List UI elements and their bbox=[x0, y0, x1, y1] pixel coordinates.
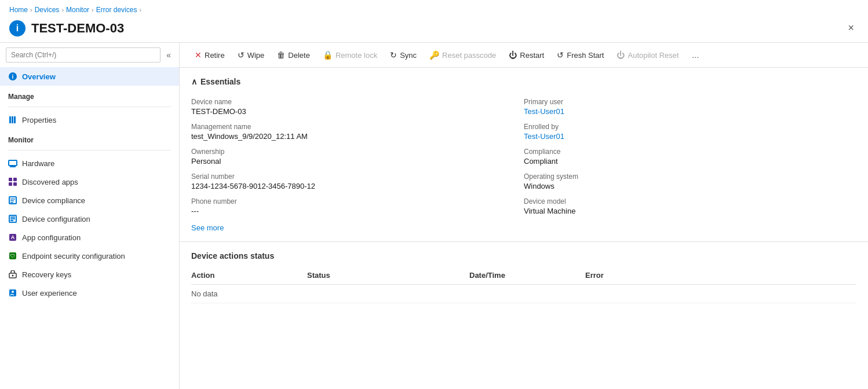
svg-rect-10 bbox=[13, 178, 17, 181]
sidebar-item-device-configuration[interactable]: Device configuration bbox=[0, 210, 179, 228]
svg-rect-14 bbox=[10, 199, 15, 200]
sidebar-item-recovery-keys[interactable]: Recovery keys bbox=[0, 265, 179, 284]
sidebar-label-device-compliance: Device compliance bbox=[22, 196, 85, 205]
reset-passcode-button[interactable]: 🔑 Reset passcode bbox=[424, 47, 502, 63]
restart-button[interactable]: ⏻ Restart bbox=[503, 47, 550, 63]
delete-icon: 🗑 bbox=[277, 50, 285, 60]
fresh-start-button[interactable]: ↺ Fresh Start bbox=[551, 47, 610, 63]
sidebar-item-overview[interactable]: i Overview bbox=[0, 67, 179, 86]
svg-rect-3 bbox=[12, 116, 13, 123]
svg-rect-4 bbox=[14, 116, 16, 123]
breadcrumb-devices[interactable]: Devices bbox=[35, 6, 60, 14]
properties-icon bbox=[8, 115, 17, 124]
essentials-right-col: Primary user Test-User01 Enrolled by Tes… bbox=[524, 94, 856, 219]
sidebar-item-app-configuration[interactable]: A App configuration bbox=[0, 228, 179, 247]
more-button[interactable]: … bbox=[686, 48, 705, 63]
config-icon bbox=[8, 214, 17, 223]
sidebar-label-hardware: Hardware bbox=[22, 159, 54, 168]
restart-icon: ⏻ bbox=[509, 50, 517, 60]
table-row-no-data: No data bbox=[191, 285, 856, 303]
info-icon: i bbox=[9, 20, 25, 36]
sidebar-item-device-compliance[interactable]: Device compliance bbox=[0, 191, 179, 210]
see-more-link[interactable]: See more bbox=[191, 223, 224, 232]
sidebar-label-endpoint-security: Endpoint security configuration bbox=[22, 252, 125, 260]
close-button[interactable]: × bbox=[843, 20, 859, 36]
enrolled-by-link[interactable]: Test-User01 bbox=[524, 132, 856, 141]
search-input[interactable] bbox=[6, 47, 161, 63]
overview-icon: i bbox=[8, 72, 17, 81]
svg-rect-9 bbox=[9, 178, 12, 181]
delete-button[interactable]: 🗑 Delete bbox=[271, 47, 316, 63]
essentials-header[interactable]: ∧ Essentials bbox=[191, 77, 856, 86]
content-area: ✕ Retire ↺ Wipe 🗑 Delete 🔒 Remote lock ↻… bbox=[180, 43, 868, 389]
no-data-cell: No data bbox=[191, 285, 856, 303]
remote-lock-button[interactable]: 🔒 Remote lock bbox=[317, 47, 383, 63]
essentials-chevron: ∧ bbox=[191, 77, 197, 86]
monitor-divider bbox=[8, 150, 171, 151]
svg-point-26 bbox=[12, 275, 14, 277]
retire-icon: ✕ bbox=[195, 50, 202, 60]
monitor-section-label: Monitor bbox=[0, 129, 179, 146]
autopilot-icon: ⏻ bbox=[617, 50, 625, 60]
fresh-start-icon: ↺ bbox=[557, 50, 564, 60]
svg-rect-20 bbox=[10, 220, 13, 221]
toolbar: ✕ Retire ↺ Wipe 🗑 Delete 🔒 Remote lock ↻… bbox=[180, 43, 868, 68]
breadcrumb-error-devices[interactable]: Error devices bbox=[96, 6, 137, 14]
field-ownership: Ownership Personal bbox=[191, 144, 524, 169]
svg-text:A: A bbox=[11, 234, 15, 240]
svg-text:🛡: 🛡 bbox=[10, 254, 15, 259]
breadcrumb-home[interactable]: Home bbox=[9, 6, 28, 14]
essentials-section: ∧ Essentials Device name TEST-DEMO-03 Ma… bbox=[180, 68, 868, 242]
sync-button[interactable]: ↻ Sync bbox=[384, 47, 422, 63]
sidebar-item-endpoint-security[interactable]: 🛡 Endpoint security configuration bbox=[0, 247, 179, 265]
sidebar-item-label: Overview bbox=[22, 72, 56, 81]
sidebar-item-discovered-apps[interactable]: Discovered apps bbox=[0, 173, 179, 191]
breadcrumb: Home › Devices › Monitor › Error devices… bbox=[0, 0, 868, 17]
endpoint-icon: 🛡 bbox=[8, 251, 17, 260]
collapse-button[interactable]: « bbox=[164, 48, 173, 62]
sidebar-label-device-configuration: Device configuration bbox=[22, 215, 90, 223]
remote-lock-icon: 🔒 bbox=[323, 50, 333, 60]
wipe-icon: ↺ bbox=[238, 50, 245, 60]
svg-rect-5 bbox=[9, 160, 17, 166]
page-title: TEST-DEMO-03 bbox=[31, 21, 843, 36]
sidebar-item-properties[interactable]: Properties bbox=[0, 111, 179, 129]
sidebar-label-discovered-apps: Discovered apps bbox=[22, 178, 78, 186]
field-os: Operating system Windows bbox=[524, 169, 856, 194]
compliance-icon bbox=[8, 196, 17, 205]
col-error: Error bbox=[585, 267, 856, 285]
sidebar-item-hardware[interactable]: Hardware bbox=[0, 154, 179, 173]
field-enrolled-by: Enrolled by Test-User01 bbox=[524, 119, 856, 144]
field-device-model: Device model Virtual Machine bbox=[524, 194, 856, 219]
svg-rect-19 bbox=[10, 218, 15, 219]
svg-rect-2 bbox=[9, 116, 11, 123]
sidebar-item-user-experience[interactable]: User experience bbox=[0, 284, 179, 302]
wipe-button[interactable]: ↺ Wipe bbox=[232, 47, 271, 63]
manage-section-label: Manage bbox=[0, 86, 179, 103]
essentials-left-col: Device name TEST-DEMO-03 Management name… bbox=[191, 94, 524, 219]
field-primary-user: Primary user Test-User01 bbox=[524, 94, 856, 119]
breadcrumb-monitor[interactable]: Monitor bbox=[66, 6, 89, 14]
recovery-icon bbox=[8, 270, 17, 279]
sidebar-label-properties: Properties bbox=[22, 116, 56, 124]
sidebar: « i Overview Manage Properties Monitor H… bbox=[0, 43, 180, 389]
col-status: Status bbox=[307, 267, 469, 285]
autopilot-reset-button[interactable]: ⏻ Autopilot Reset bbox=[611, 47, 684, 63]
col-datetime: Date/Time bbox=[469, 267, 585, 285]
svg-rect-12 bbox=[13, 182, 17, 186]
primary-user-link[interactable]: Test-User01 bbox=[524, 107, 856, 116]
field-management-name: Management name test_Windows_9/9/2020_12… bbox=[191, 119, 524, 144]
field-phone-number: Phone number --- bbox=[191, 194, 524, 219]
essentials-grid: Device name TEST-DEMO-03 Management name… bbox=[191, 94, 856, 219]
main-layout: « i Overview Manage Properties Monitor H… bbox=[0, 42, 868, 389]
experience-icon bbox=[8, 288, 17, 298]
field-compliance: Compliance Compliant bbox=[524, 144, 856, 169]
device-actions-title: Device actions status bbox=[191, 251, 856, 260]
sidebar-label-user-experience: User experience bbox=[22, 289, 77, 298]
reset-passcode-icon: 🔑 bbox=[429, 50, 439, 60]
svg-text:i: i bbox=[12, 74, 14, 80]
field-device-name: Device name TEST-DEMO-03 bbox=[191, 94, 524, 119]
svg-rect-18 bbox=[10, 216, 15, 218]
hardware-icon bbox=[8, 159, 17, 168]
retire-button[interactable]: ✕ Retire bbox=[189, 47, 231, 63]
